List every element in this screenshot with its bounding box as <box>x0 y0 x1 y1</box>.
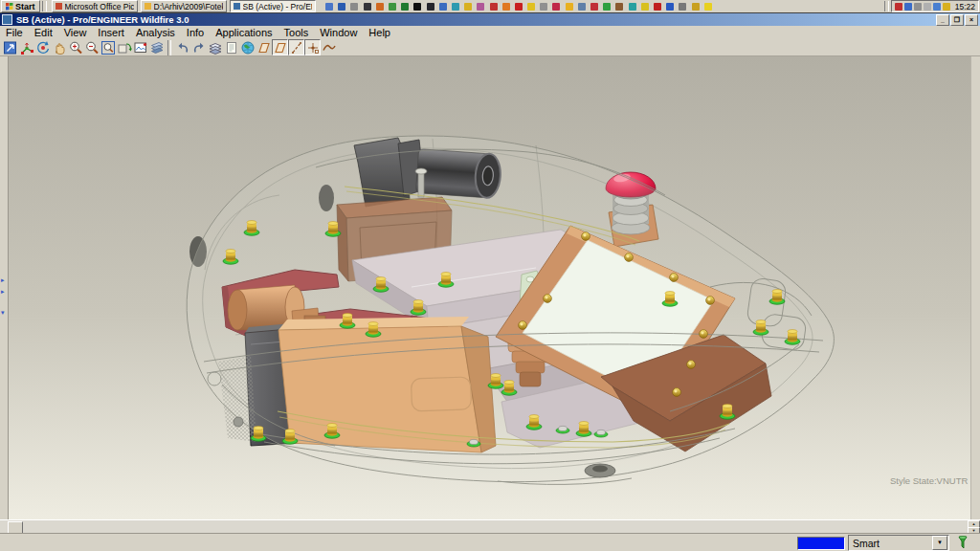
menu-help[interactable]: Help <box>363 27 396 38</box>
datum-plane-button[interactable] <box>256 39 272 55</box>
folder-icon <box>145 3 151 10</box>
redo-button[interactable] <box>190 39 207 55</box>
quick-launch-icon[interactable] <box>338 3 345 11</box>
menu-tools[interactable]: Tools <box>278 27 315 38</box>
quick-launch-icon[interactable] <box>540 3 547 11</box>
saved-views-button[interactable] <box>132 39 148 55</box>
task-button-picture-manager[interactable]: Microsoft Office Picture M... <box>52 0 138 12</box>
zoom-out-button[interactable] <box>83 39 100 55</box>
navigator-sash[interactable]: ▸ ▸ ▾ <box>0 56 9 519</box>
quick-launch-icon[interactable] <box>629 3 636 11</box>
quick-launch-icon[interactable] <box>350 3 358 11</box>
quick-launch-icon[interactable] <box>515 3 523 11</box>
refit-button[interactable] <box>100 39 116 55</box>
cad-model[interactable] <box>8 56 971 519</box>
quick-launch-icon[interactable] <box>566 3 573 11</box>
web-browser-button[interactable] <box>239 39 256 55</box>
tray-icon[interactable] <box>914 3 922 11</box>
pan-button[interactable] <box>51 39 67 55</box>
spin-center-button[interactable] <box>18 39 34 55</box>
datum-curve-button[interactable] <box>321 39 337 55</box>
quick-launch-icon[interactable] <box>590 3 598 11</box>
sash-open-icon[interactable]: ▸ <box>1 288 5 295</box>
tray-icon[interactable] <box>895 3 902 11</box>
quick-launch-icon[interactable] <box>477 3 484 11</box>
task-button-explorer-folder[interactable]: D:\Arhiv\2009\Fotek <box>141 0 227 12</box>
tray-icon[interactable] <box>904 3 912 11</box>
quick-launch-icon[interactable] <box>427 3 434 11</box>
minimize-button[interactable]: _ <box>936 14 949 26</box>
task-button-proengineer[interactable]: SB (Active) - Pro/ENGIN... <box>230 0 316 12</box>
quick-launch-icon[interactable] <box>666 3 674 11</box>
quick-launch-icon[interactable] <box>490 3 498 11</box>
selection-filter-value: Smart <box>849 538 932 549</box>
quick-launch-icon[interactable] <box>552 3 560 11</box>
close-button[interactable]: × <box>965 14 978 26</box>
view-manager-icon <box>149 40 165 55</box>
quick-launch-icon[interactable] <box>603 3 611 11</box>
datum-axis-display-toggle[interactable] <box>288 39 304 55</box>
graphics-viewport[interactable]: Style State:VNUTR <box>8 56 971 519</box>
quick-launch-icon[interactable] <box>452 3 459 11</box>
datum-plane-display-toggle[interactable] <box>272 39 288 55</box>
menu-edit[interactable]: Edit <box>29 27 58 38</box>
horizontal-scrollbar[interactable]: ▲ ▼ <box>0 519 980 534</box>
quick-launch-icon[interactable] <box>615 3 623 11</box>
quick-launch-icon[interactable] <box>654 3 661 11</box>
sash-open-icon[interactable]: ▾ <box>1 309 5 316</box>
view-manager-button[interactable] <box>148 39 165 55</box>
quick-launch-icon[interactable] <box>641 3 649 11</box>
quick-launch-icon[interactable] <box>389 3 396 11</box>
statusbar: Smart ▼ <box>0 533 980 551</box>
quick-launch-icon[interactable] <box>439 3 447 11</box>
datum-plane-icon <box>256 40 272 55</box>
style-state-label: Style State:VNUTR <box>890 475 968 486</box>
quick-launch-icon[interactable] <box>464 3 472 11</box>
model-notes-button[interactable] <box>223 39 239 55</box>
selection-filter-combo[interactable]: Smart ▼ <box>848 535 949 551</box>
restore-button[interactable]: ❐ <box>950 14 964 26</box>
menu-insert[interactable]: Insert <box>92 27 130 38</box>
menu-info[interactable]: Info <box>181 27 210 38</box>
spin-view-button[interactable] <box>34 39 51 55</box>
quick-launch-icon[interactable] <box>578 3 586 11</box>
repaint-button[interactable] <box>2 39 18 55</box>
chevron-down-icon[interactable]: ▼ <box>932 536 947 550</box>
saved-views-icon <box>133 40 148 55</box>
datum-point-display-icon <box>305 40 320 55</box>
tray-icon[interactable] <box>943 3 950 11</box>
rear-caster-wheel <box>585 464 615 477</box>
zoom-in-button[interactable] <box>67 39 83 55</box>
quick-launch-icon[interactable] <box>376 3 384 11</box>
quick-launch-icon[interactable] <box>325 3 333 11</box>
reorient-button[interactable] <box>116 39 132 55</box>
tray-icon[interactable] <box>933 3 941 11</box>
menu-applications[interactable]: Applications <box>210 27 278 38</box>
quick-launch-icon[interactable] <box>527 3 535 11</box>
picture-manager-icon <box>56 3 62 10</box>
layers-button[interactable] <box>207 39 223 55</box>
quick-launch-icon[interactable] <box>692 3 700 11</box>
quick-launch-icon[interactable] <box>413 3 421 11</box>
datum-point-display-toggle[interactable] <box>304 39 321 55</box>
zoom-in-icon <box>68 40 83 55</box>
sash-open-icon[interactable]: ▸ <box>1 276 5 283</box>
quick-launch-icon[interactable] <box>679 3 686 11</box>
quick-launch-icon[interactable] <box>364 3 371 11</box>
undo-button[interactable] <box>174 39 190 55</box>
quick-launch-icon[interactable] <box>502 3 510 11</box>
titlebar: SB (Active) - Pro/ENGINEER Wildfire 3.0 … <box>0 13 980 26</box>
menubar: File Edit View Insert Analysis Info Appl… <box>0 26 980 39</box>
start-button[interactable]: Start <box>1 0 40 12</box>
tray-icon[interactable] <box>924 3 931 11</box>
quick-launch-icon[interactable] <box>704 3 712 11</box>
taskbar-separator <box>42 1 47 11</box>
app-icon <box>2 14 12 25</box>
quick-launch-icon[interactable] <box>401 3 409 11</box>
menu-window[interactable]: Window <box>314 27 363 38</box>
menu-view[interactable]: View <box>58 27 93 38</box>
funnel-icon[interactable] <box>957 536 969 550</box>
datum-axis-display-icon <box>289 40 303 55</box>
menu-file[interactable]: File <box>0 27 29 38</box>
menu-analysis[interactable]: Analysis <box>130 27 181 38</box>
